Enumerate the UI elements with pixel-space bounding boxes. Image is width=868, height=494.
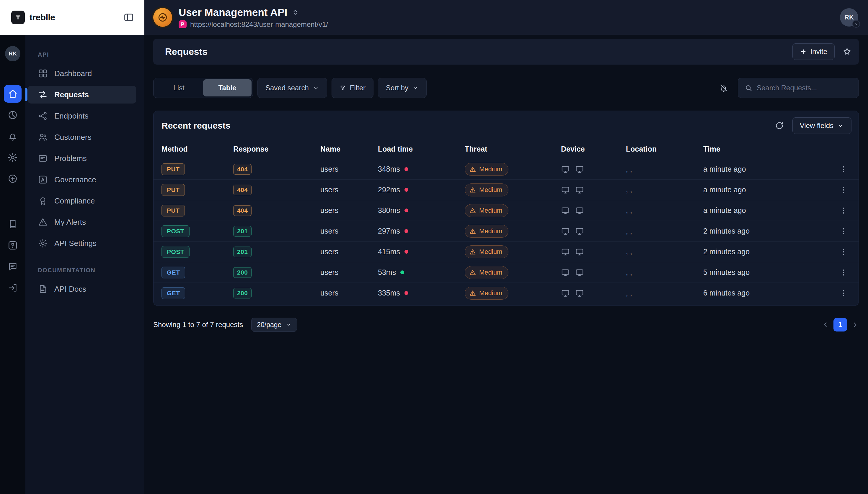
chevron-down-icon <box>313 84 319 91</box>
sidebar-item-label: My Alerts <box>54 218 86 227</box>
monitor-icon <box>561 206 570 215</box>
table-row[interactable]: PUT 404 users 292ms <box>153 179 858 200</box>
notifications-icon[interactable] <box>4 128 21 145</box>
favorite-star-icon[interactable] <box>839 43 855 60</box>
table-row[interactable]: POST 201 users 415ms <box>153 241 858 262</box>
sidebar: API Dashboard Requests Endpoints <box>25 35 144 494</box>
row-actions-kebab-icon[interactable] <box>839 268 848 277</box>
device-icons <box>561 186 626 194</box>
search-box <box>738 78 859 98</box>
monitor-icon <box>575 165 584 174</box>
sidebar-item[interactable]: API Docs <box>28 280 136 298</box>
column-header-location: Location <box>626 145 703 153</box>
threat-badge: Medium <box>465 266 508 279</box>
warning-triangle-icon <box>469 248 476 255</box>
method-badge: PUT <box>162 164 185 175</box>
sidebar-item[interactable]: My Alerts <box>28 213 136 231</box>
sidebar-item-label: Compliance <box>54 196 95 206</box>
monitor-icon <box>575 206 584 215</box>
mute-notifications-icon[interactable] <box>716 80 732 96</box>
refresh-icon[interactable] <box>771 117 788 134</box>
table-row[interactable]: PUT 404 users 348ms <box>153 159 858 179</box>
card-header: Recent requests View fields <box>153 111 858 139</box>
brand-header: treblle <box>0 0 144 35</box>
logout-icon[interactable] <box>4 279 21 297</box>
feedback-icon[interactable] <box>4 258 21 276</box>
left-body: RK <box>0 35 144 494</box>
time-value: 2 minutes ago <box>703 227 818 235</box>
load-time-dot <box>404 291 408 295</box>
response-badge: 201 <box>233 247 252 257</box>
sidebar-section-api: API <box>38 51 136 58</box>
load-time-dot <box>400 270 404 274</box>
sidebar-item-label: Endpoints <box>54 112 89 121</box>
user-menu-caret-icon <box>852 20 860 28</box>
row-actions-kebab-icon[interactable] <box>839 248 848 256</box>
user-menu-avatar[interactable]: RK <box>840 8 858 26</box>
time-value: a minute ago <box>703 165 818 173</box>
sort-by-button[interactable]: Sort by <box>378 78 427 98</box>
table-row[interactable]: GET 200 users 53ms <box>153 262 858 283</box>
page-size-select[interactable]: 20/page <box>251 318 297 332</box>
view-toggle-table[interactable]: Table <box>203 79 252 96</box>
reports-icon[interactable] <box>4 106 21 124</box>
row-actions-kebab-icon[interactable] <box>839 165 848 173</box>
help-icon[interactable] <box>4 236 21 254</box>
threat-level: Medium <box>479 248 502 256</box>
invite-button[interactable]: Invite <box>792 43 835 60</box>
table-row[interactable]: GET 200 users 335ms <box>153 283 858 303</box>
threat-badge: Medium <box>465 163 508 176</box>
recent-requests-card: Recent requests View fields Method Respo… <box>153 111 859 306</box>
sidebar-item[interactable]: Customers <box>28 128 136 146</box>
sidebar-item[interactable]: API Settings <box>28 234 136 252</box>
load-time-dot <box>404 209 408 212</box>
next-page-icon[interactable] <box>851 321 859 328</box>
sidebar-item[interactable]: Problems <box>28 150 136 167</box>
previous-page-icon[interactable] <box>822 321 829 328</box>
plus-icon <box>800 48 807 55</box>
monitor-icon <box>561 268 570 277</box>
api-identity[interactable]: User Management API P https://localhost:… <box>153 6 328 28</box>
row-actions-kebab-icon[interactable] <box>839 289 848 297</box>
sidebar-item[interactable]: Requests <box>28 86 136 103</box>
changelog-book-icon[interactable] <box>4 215 21 233</box>
brand-lockup[interactable]: treblle <box>11 11 55 24</box>
page-number-button[interactable]: 1 <box>833 318 847 331</box>
page-header: Requests Invite <box>153 39 859 64</box>
load-time-value: 415ms <box>378 247 400 256</box>
row-actions-kebab-icon[interactable] <box>839 206 848 215</box>
add-api-icon[interactable] <box>4 170 21 188</box>
table-row[interactable]: POST 201 users 297ms <box>153 221 858 241</box>
view-toggle-list[interactable]: List <box>155 79 203 96</box>
device-icons <box>561 227 626 236</box>
sidebar-item[interactable]: Compliance <box>28 192 136 210</box>
left-column: treblle RK <box>0 0 144 494</box>
row-actions-kebab-icon[interactable] <box>839 227 848 235</box>
filter-button[interactable]: Filter <box>331 78 374 98</box>
treblle-logo-icon <box>11 11 25 24</box>
load-time-dot <box>404 229 408 233</box>
row-actions-kebab-icon[interactable] <box>839 186 848 194</box>
device-icons <box>561 247 626 256</box>
location-value: , , <box>626 289 703 297</box>
showing-summary: Showing 1 to 7 of 7 requests <box>153 321 243 329</box>
sidebar-item[interactable]: Endpoints <box>28 107 136 125</box>
api-switcher-icon[interactable] <box>291 8 299 16</box>
sidebar-item[interactable]: Dashboard <box>28 64 136 82</box>
settings-icon[interactable] <box>4 149 21 166</box>
location-value: , , <box>626 247 703 256</box>
load-time-value: 335ms <box>378 289 400 297</box>
collapse-sidebar-icon[interactable] <box>123 12 134 23</box>
search-input[interactable] <box>757 84 852 92</box>
saved-search-button[interactable]: Saved search <box>257 78 327 98</box>
requests-icon <box>38 90 48 100</box>
request-name: users <box>320 227 378 235</box>
table-row[interactable]: PUT 404 users 380ms <box>153 200 858 221</box>
workspace-avatar[interactable]: RK <box>5 46 20 61</box>
sidebar-item[interactable]: Governance <box>28 171 136 188</box>
load-time-value: 53ms <box>378 268 396 277</box>
location-value: , , <box>626 227 703 235</box>
view-fields-button[interactable]: View fields <box>792 117 851 134</box>
home-icon[interactable] <box>4 85 21 103</box>
threat-level: Medium <box>479 289 502 297</box>
